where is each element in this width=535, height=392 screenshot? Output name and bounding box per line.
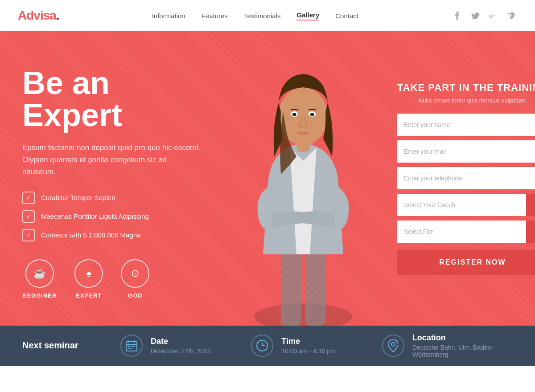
svg-rect-18 bbox=[133, 346, 135, 347]
check-icon-2: ✓ bbox=[22, 210, 35, 223]
file-select-wrapper: Select File ▾ bbox=[397, 220, 535, 243]
hero-right: TAKE PART IN THE TRAINING Nulla ornare t… bbox=[388, 31, 535, 326]
svg-rect-19 bbox=[128, 348, 130, 349]
hero-section: Be an Expert Epsum factorial non deposit… bbox=[0, 31, 535, 326]
checklist: ✓ Curabitur Tempor Sapien ✓ Maecenas Por… bbox=[22, 192, 201, 241]
coach-select[interactable]: Select Your Caoch bbox=[397, 194, 535, 216]
register-button[interactable]: REGISTER NOW bbox=[397, 250, 535, 275]
check-icon-3: ✓ bbox=[22, 229, 35, 241]
svg-point-11 bbox=[311, 113, 314, 116]
svg-text:g+: g+ bbox=[489, 13, 496, 18]
hero-person bbox=[218, 31, 388, 326]
form-title: TAKE PART IN THE TRAINING bbox=[397, 82, 535, 94]
nav-contact[interactable]: Contact bbox=[335, 12, 358, 20]
beginner-label: BEGGINER bbox=[22, 292, 57, 299]
expert-icon: ♠ bbox=[74, 259, 103, 288]
list-item: ✓ Curabitur Tempor Sapien bbox=[22, 192, 201, 204]
seminar-location: Location Deutsche Bahn, Ulm, Baden-Württ… bbox=[382, 333, 513, 358]
list-item: ✓ Contests with $ 1.000.000 Magna bbox=[22, 229, 201, 241]
clock-icon bbox=[251, 335, 273, 357]
location-title: Location bbox=[412, 333, 513, 343]
level-expert[interactable]: ♠ EXPERT bbox=[74, 259, 103, 299]
checklist-item-3: Contests with $ 1.000.000 Magna bbox=[41, 231, 140, 239]
email-input[interactable] bbox=[397, 140, 535, 163]
beginner-icon: ☕ bbox=[25, 259, 54, 288]
coach-select-wrapper: Select Your Caoch ▾ bbox=[397, 194, 535, 216]
file-select[interactable]: Select File bbox=[397, 220, 535, 243]
facebook-icon[interactable] bbox=[451, 9, 464, 22]
svg-point-24 bbox=[391, 343, 395, 346]
svg-point-8 bbox=[293, 113, 296, 116]
nav-testimonials[interactable]: Testimonials bbox=[244, 12, 281, 20]
date-detail: Desember 27th, 2013 bbox=[151, 347, 211, 355]
google-plus-icon[interactable]: g+ bbox=[487, 9, 499, 22]
hero-title: Be an Expert bbox=[22, 67, 201, 131]
svg-rect-3 bbox=[305, 245, 325, 326]
time-title: Time bbox=[281, 337, 335, 346]
seminar-bar: Next seminar Date Desember 27th, 2013 bbox=[0, 326, 535, 366]
date-title: Date bbox=[151, 337, 211, 346]
god-label: GOD bbox=[128, 292, 143, 299]
checklist-item-1: Curabitur Tempor Sapien bbox=[41, 194, 115, 201]
telephone-input[interactable] bbox=[397, 167, 535, 189]
level-beginner[interactable]: ☕ BEGGINER bbox=[22, 259, 57, 299]
name-input[interactable] bbox=[397, 114, 535, 136]
god-icon: ⊙ bbox=[121, 259, 149, 288]
location-icon bbox=[382, 335, 404, 357]
svg-rect-17 bbox=[131, 346, 132, 347]
level-badges: ☕ BEGGINER ♠ EXPERT ⊙ GOD bbox=[22, 259, 201, 299]
nav: Information Features Testimonials Galler… bbox=[152, 11, 358, 20]
expert-label: EXPERT bbox=[76, 292, 102, 299]
form-subtitle: Nulla ornare tortor quis rhoncus vulputa… bbox=[397, 97, 535, 104]
calendar-icon bbox=[120, 335, 143, 357]
time-detail: 10:00 am - 4:30 pm bbox=[281, 347, 335, 355]
logo[interactable]: Advisa. bbox=[18, 8, 59, 23]
registration-form: TAKE PART IN THE TRAINING Nulla ornare t… bbox=[397, 82, 535, 275]
seminar-time: Time 10:00 am - 4:30 pm bbox=[251, 335, 382, 357]
nav-gallery[interactable]: Gallery bbox=[296, 11, 319, 20]
header: Advisa. Information Features Testimonial… bbox=[0, 0, 535, 31]
checklist-item-2: Maecenas Porttitor Ligula Adipiscing bbox=[41, 212, 149, 220]
svg-rect-20 bbox=[131, 348, 132, 349]
person-image bbox=[232, 58, 374, 326]
twitter-icon[interactable] bbox=[469, 9, 482, 22]
location-detail: Deutsche Bahn, Ulm, Baden-Württemberg bbox=[412, 344, 513, 358]
nav-information[interactable]: Information bbox=[152, 12, 185, 20]
hero-left: Be an Expert Epsum factorial non deposit… bbox=[0, 31, 218, 326]
svg-point-1 bbox=[254, 303, 352, 326]
vimeo-icon[interactable] bbox=[505, 9, 517, 22]
social-icons: g+ bbox=[451, 9, 517, 22]
time-info: Time 10:00 am - 4:30 pm bbox=[281, 337, 335, 355]
list-item: ✓ Maecenas Porttitor Ligula Adipiscing bbox=[22, 210, 201, 223]
level-god[interactable]: ⊙ GOD bbox=[121, 259, 149, 299]
seminar-label: Next seminar bbox=[22, 340, 120, 351]
seminar-date: Date Desember 27th, 2013 bbox=[120, 335, 251, 357]
svg-rect-2 bbox=[281, 245, 301, 326]
nav-features[interactable]: Features bbox=[202, 12, 228, 20]
check-icon-1: ✓ bbox=[22, 192, 35, 204]
hero-description: Epsum factorial non deposit quid pro quo… bbox=[22, 142, 201, 178]
date-info: Date Desember 27th, 2013 bbox=[151, 337, 211, 355]
svg-rect-16 bbox=[128, 346, 130, 347]
location-info: Location Deutsche Bahn, Ulm, Baden-Württ… bbox=[412, 333, 513, 358]
